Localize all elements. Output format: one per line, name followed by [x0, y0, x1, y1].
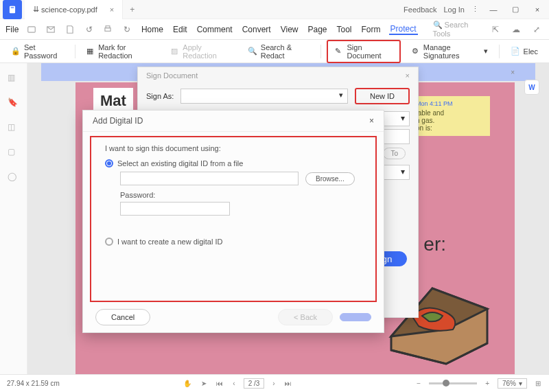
- search-tools[interactable]: 🔍 Search Tools: [433, 21, 482, 38]
- elec-button[interactable]: 📄Elec: [505, 44, 544, 59]
- maximize-button[interactable]: ▢: [508, 5, 523, 14]
- expand-icon[interactable]: ⤢: [530, 23, 544, 36]
- set-password-button[interactable]: 🔒Set Password: [5, 41, 69, 62]
- tab-home[interactable]: Home: [140, 25, 165, 34]
- sticky-note: Mon 4:11 PM table and n gas. on is:: [410, 96, 490, 136]
- tab-close-icon[interactable]: ×: [110, 5, 114, 14]
- zoom-thumb[interactable]: [443, 380, 449, 387]
- statusbar: 27.94 x 21.59 cm ✋ ➤ ⏮ ‹ 2 /3 › ⏭ − + 76…: [0, 374, 549, 392]
- document-tab[interactable]: ⇊ science-copy.pdf ×: [25, 0, 123, 19]
- file-menu[interactable]: File: [5, 25, 19, 34]
- chevron-down-icon: ▾: [339, 91, 343, 100]
- clipboard-icon[interactable]: ▢: [8, 147, 20, 159]
- menubar: File ↺ ↻ Home Edit Comment Convert View …: [0, 19, 549, 40]
- attachments-icon[interactable]: ◫: [8, 122, 20, 135]
- doc-icon: 📄: [511, 47, 520, 56]
- er-text: er:: [423, 233, 446, 255]
- svg-rect-0: [10, 5, 15, 13]
- back-button[interactable]: < Back: [278, 309, 333, 325]
- sign-as-dropdown[interactable]: ▾: [180, 89, 348, 104]
- login-link[interactable]: Log In: [443, 5, 465, 14]
- app-logo: [3, 0, 22, 19]
- pin-icon: ⇊: [33, 5, 39, 14]
- apply-redaction-button[interactable]: ▨Apply Redaction: [165, 41, 237, 62]
- zoom-slider[interactable]: [429, 382, 477, 384]
- password-input[interactable]: [120, 202, 230, 216]
- tab-protect[interactable]: Protect: [389, 24, 418, 35]
- apply-icon: ▨: [171, 47, 179, 56]
- minimize-button[interactable]: —: [486, 5, 501, 14]
- sign-dialog-title: Sign Document: [146, 71, 198, 80]
- tab-edit[interactable]: Edit: [172, 25, 189, 34]
- zoom-in-icon[interactable]: +: [484, 380, 491, 387]
- next-page-icon[interactable]: ›: [271, 380, 276, 387]
- option-existing-id[interactable]: Select an existing digital ID from a fil…: [105, 159, 362, 168]
- password-label: Password:: [120, 191, 362, 199]
- chevron-down-icon: ▾: [401, 113, 405, 123]
- close-window-button[interactable]: ×: [530, 5, 545, 14]
- sign-dialog-close-icon[interactable]: ×: [406, 71, 410, 80]
- cloud-icon[interactable]: ☁: [509, 23, 523, 36]
- hand-tool-icon[interactable]: ✋: [182, 380, 193, 387]
- tab-filename: science-copy.pdf: [41, 5, 97, 14]
- existing-id-file-input[interactable]: [120, 172, 299, 185]
- new-tab-button[interactable]: +: [123, 5, 141, 14]
- comments-icon[interactable]: ◯: [8, 172, 20, 184]
- svg-rect-2: [28, 26, 36, 32]
- mail-icon[interactable]: [45, 23, 57, 36]
- banner-close-icon[interactable]: ×: [511, 69, 515, 76]
- option-new-id[interactable]: I want to create a new digital ID: [105, 238, 362, 246]
- cancel-button[interactable]: Cancel: [95, 309, 150, 325]
- tab-comment[interactable]: Comment: [196, 25, 234, 34]
- tab-convert[interactable]: Convert: [241, 25, 272, 34]
- fit-page-icon[interactable]: ⊞: [534, 380, 542, 387]
- tab-page[interactable]: Page: [306, 25, 328, 34]
- new-id-button[interactable]: New ID: [355, 88, 410, 104]
- manage-icon: ⚙: [412, 47, 420, 56]
- lock-icon: 🔒: [11, 47, 21, 56]
- thumbnails-icon[interactable]: ▥: [8, 73, 20, 85]
- chevron-down-icon: ▾: [401, 167, 405, 176]
- svg-rect-5: [106, 25, 110, 27]
- share-icon[interactable]: ⇱: [489, 23, 502, 36]
- add-dialog-close-icon[interactable]: ×: [369, 116, 374, 126]
- titlebar: ⇊ science-copy.pdf × + Feedback Log In ⋮…: [0, 0, 549, 19]
- svg-rect-4: [105, 27, 110, 31]
- open-icon[interactable]: [25, 23, 38, 36]
- search-redact-button[interactable]: 🔍Search & Redact: [242, 41, 315, 62]
- sign-document-button[interactable]: ✎Sign Document: [327, 40, 400, 63]
- prev-page-icon[interactable]: ‹: [231, 380, 236, 387]
- redo-icon[interactable]: ↻: [121, 23, 133, 36]
- print-icon[interactable]: [102, 23, 114, 36]
- page-indicator[interactable]: 2 /3: [244, 378, 265, 389]
- mark-redaction-button[interactable]: ▦Mark for Redaction: [81, 41, 160, 62]
- manage-signatures-button[interactable]: ⚙Manage Signatures▾: [406, 41, 493, 62]
- radio-unchecked-icon: [105, 238, 113, 246]
- zoom-out-icon[interactable]: −: [415, 380, 422, 387]
- browse-button[interactable]: Browse...: [305, 172, 355, 185]
- tab-view[interactable]: View: [279, 25, 300, 34]
- kebab-icon[interactable]: ⋮: [471, 5, 479, 14]
- tab-form[interactable]: Form: [360, 25, 382, 34]
- bookmarks-icon[interactable]: 🔖: [8, 97, 20, 110]
- document-area: This document contains interactive form …: [27, 63, 549, 374]
- add-dialog-body: I want to sign this document using: Sele…: [90, 136, 377, 302]
- chevron-down-icon: ▾: [484, 47, 488, 56]
- save-icon[interactable]: [64, 23, 76, 36]
- last-page-icon[interactable]: ⏭: [283, 380, 293, 387]
- add-dialog-footer: Cancel < Back: [83, 302, 384, 332]
- feedback-link[interactable]: Feedback: [404, 5, 436, 14]
- zoom-level[interactable]: 76%▾: [498, 378, 527, 389]
- page-dimensions: 27.94 x 21.59 cm: [7, 380, 60, 387]
- sticky-header: Mon 4:11 PM: [416, 100, 484, 107]
- select-tool-icon[interactable]: ➤: [200, 380, 208, 387]
- add-dialog-prompt: I want to sign this document using:: [105, 144, 362, 152]
- sign-as-label: Sign As:: [146, 92, 174, 100]
- word-export-icon[interactable]: W: [524, 80, 539, 95]
- tab-tool[interactable]: Tool: [336, 25, 353, 34]
- search-icon: 🔍: [248, 47, 257, 56]
- undo-icon[interactable]: ↺: [83, 23, 95, 36]
- first-page-icon[interactable]: ⏮: [215, 380, 224, 387]
- next-button[interactable]: [340, 313, 371, 321]
- add-digital-id-dialog: Add Digital ID × I want to sign this doc…: [82, 110, 384, 333]
